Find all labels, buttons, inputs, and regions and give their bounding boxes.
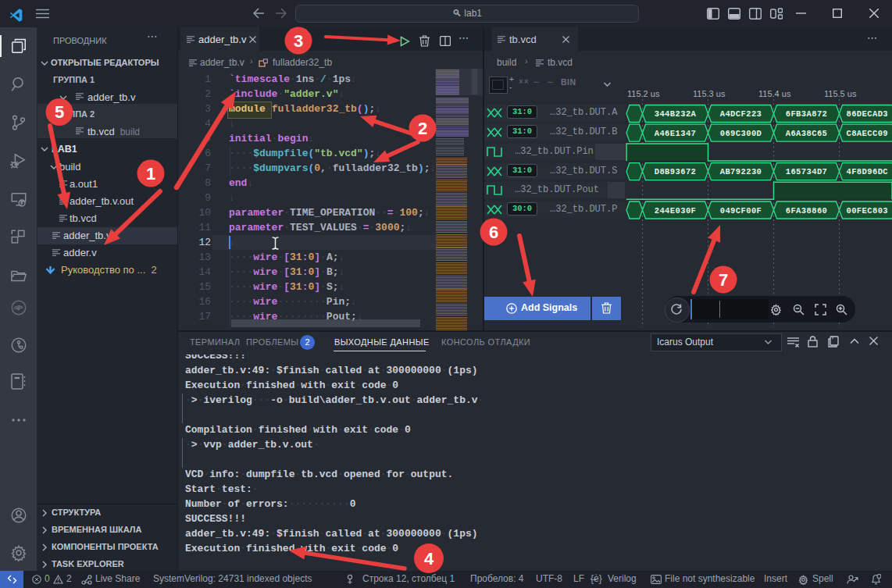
svg-text:AB792230: AB792230 <box>720 167 762 176</box>
svg-text:069C300D: 069C300D <box>720 129 762 138</box>
svg-text:A46E1347: A46E1347 <box>655 129 697 138</box>
svg-text:C8AECC09: C8AECC09 <box>846 129 888 138</box>
svg-text:4F8D96DC: 4F8D96DC <box>846 167 888 176</box>
svg-text:244E030F: 244E030F <box>655 206 697 216</box>
svg-text:86DECAD3: 86DECAD3 <box>846 109 888 119</box>
svg-text:A6A38C65: A6A38C65 <box>786 129 828 138</box>
svg-text:344B232A: 344B232A <box>655 109 697 119</box>
svg-text:00FEC803: 00FEC803 <box>846 206 888 216</box>
svg-text:049CF00F: 049CF00F <box>720 206 762 216</box>
svg-text:165734D7: 165734D7 <box>786 167 828 176</box>
svg-text:D8B93672: D8B93672 <box>655 167 697 176</box>
svg-text:A4DCF223: A4DCF223 <box>720 109 762 119</box>
svg-text:6FA38860: 6FA38860 <box>786 206 828 216</box>
svg-text:6FB3A872: 6FB3A872 <box>786 109 828 119</box>
